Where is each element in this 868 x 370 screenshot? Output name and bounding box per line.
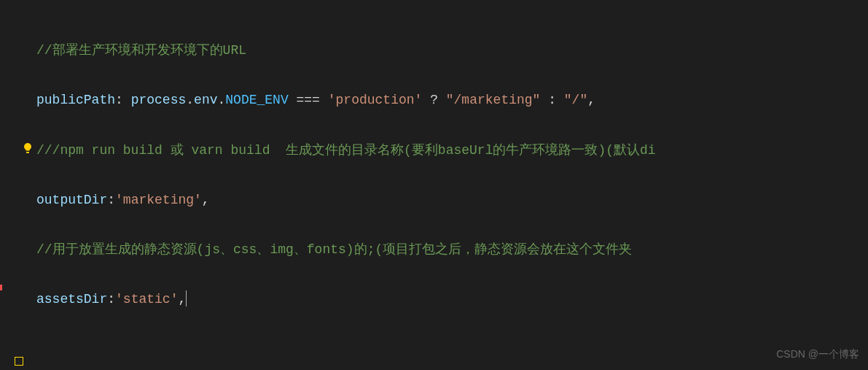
punctuation: . — [217, 93, 225, 107]
string-literal: "/" — [564, 93, 587, 107]
code-editor[interactable]: //部署生产环境和开发环境下的URL publicPath: process.e… — [0, 0, 868, 370]
env-variable: NODE_ENV — [225, 93, 288, 107]
operator: : — [540, 93, 563, 107]
string-literal: 'production' — [328, 93, 423, 107]
string-literal: "/marketing" — [446, 93, 541, 107]
lightbulb-icon[interactable] — [22, 138, 34, 150]
operator: ? — [422, 93, 445, 107]
code-line[interactable]: //用于放置生成的静态资源(js、css、img、fonts)的;(项目打包之后… — [36, 237, 868, 262]
code-line[interactable]: outputDir:'marketing', — [36, 188, 868, 212]
punctuation: , — [178, 292, 186, 307]
punctuation: , — [202, 193, 210, 207]
string-literal: 'static' — [115, 292, 178, 307]
watermark-text: CSDN @一个博客 — [776, 344, 859, 364]
identifier: process — [131, 93, 187, 107]
punctuation: : — [107, 292, 115, 307]
code-line[interactable]: ///npm run build 或 varn build 生成文件的目录名称(… — [36, 138, 868, 163]
punctuation: : — [115, 93, 131, 107]
code-line[interactable] — [36, 336, 868, 361]
punctuation: , — [587, 93, 595, 107]
comment-text: ///npm run build 或 varn build 生成文件的目录名称(… — [36, 143, 656, 158]
property-name: assetsDir — [36, 292, 107, 307]
cursor — [186, 290, 187, 307]
string-literal: 'marketing' — [115, 193, 202, 207]
punctuation: : — [107, 193, 115, 207]
identifier: env — [194, 93, 217, 107]
error-marker — [0, 285, 2, 290]
code-line[interactable]: publicPath: process.env.NODE_ENV === 'pr… — [36, 88, 868, 112]
property-name: outputDir — [36, 193, 107, 207]
operator: === — [289, 93, 328, 107]
property-name: publicPath — [36, 93, 115, 107]
code-line[interactable]: //部署生产环境和开发环境下的URL — [36, 38, 868, 63]
comment-text: //用于放置生成的静态资源(js、css、img、fonts)的;(项目打包之后… — [36, 242, 632, 257]
punctuation: . — [186, 93, 194, 107]
code-line[interactable]: assetsDir:'static', — [36, 287, 868, 312]
comment-text: //部署生产环境和开发环境下的URL — [36, 43, 246, 58]
brace-indicator — [15, 357, 23, 366]
